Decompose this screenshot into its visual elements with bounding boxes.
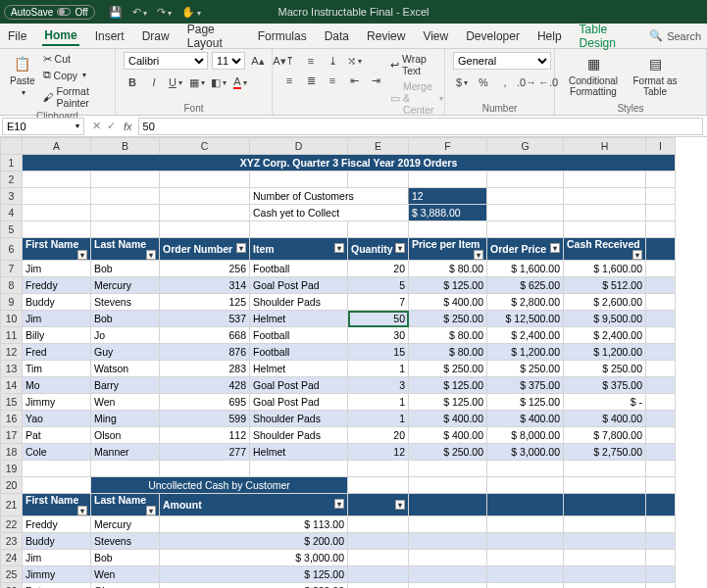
cell[interactable] xyxy=(646,550,676,566)
row-header[interactable]: 9 xyxy=(1,294,23,311)
align-top-icon[interactable]: ⤒ xyxy=(280,52,298,70)
cell[interactable] xyxy=(646,221,676,238)
cell[interactable]: Fred xyxy=(23,344,91,361)
cell[interactable]: $ 400.00 xyxy=(487,411,564,427)
row-header[interactable]: 3 xyxy=(1,188,23,205)
cell[interactable]: Bob xyxy=(91,261,160,277)
cell[interactable]: 1 xyxy=(348,361,409,377)
cell[interactable] xyxy=(409,533,487,550)
tab-data[interactable]: Data xyxy=(323,27,351,45)
border-button[interactable]: ▦▾ xyxy=(188,74,206,91)
cell[interactable]: $ 250.00 xyxy=(564,361,646,377)
cell[interactable]: $ 250.00 xyxy=(409,361,487,377)
cell[interactable] xyxy=(250,221,348,238)
cell[interactable]: $ 9,500.00 xyxy=(564,311,646,327)
cell[interactable]: Guy xyxy=(91,344,160,361)
align-right-icon[interactable]: ≡ xyxy=(324,72,341,89)
cell[interactable] xyxy=(91,221,160,238)
cell[interactable] xyxy=(91,461,160,477)
cell[interactable]: 20 xyxy=(348,427,409,444)
cell[interactable] xyxy=(646,311,676,327)
cell[interactable]: $ - xyxy=(564,394,646,411)
cell[interactable] xyxy=(160,172,250,188)
cell[interactable] xyxy=(250,172,348,188)
cell[interactable]: 125 xyxy=(160,294,250,311)
cell[interactable] xyxy=(564,188,646,205)
cell[interactable]: $ 1,200.00 xyxy=(487,344,564,361)
cell[interactable]: Pat xyxy=(23,427,91,444)
filter-button[interactable]: ▾ xyxy=(334,243,344,253)
cell[interactable] xyxy=(348,461,409,477)
redo-icon[interactable]: ↷▾ xyxy=(157,6,172,19)
row-header[interactable]: 5 xyxy=(1,221,23,238)
row-header[interactable]: 11 xyxy=(1,327,23,344)
cell[interactable]: Jo xyxy=(91,327,160,344)
row-header[interactable]: 15 xyxy=(1,394,23,411)
cell[interactable]: Jim xyxy=(23,550,91,566)
cell[interactable]: $ 7,800.00 xyxy=(564,427,646,444)
search-label[interactable]: Search xyxy=(667,30,701,42)
cell[interactable] xyxy=(23,205,91,221)
cell[interactable]: Stevens xyxy=(91,533,160,550)
cell[interactable]: First Name▾ xyxy=(23,494,91,516)
cell[interactable] xyxy=(91,188,160,205)
column-header[interactable] xyxy=(1,138,23,155)
touch-icon[interactable]: ✋▾ xyxy=(181,6,201,19)
cell[interactable]: Jimmy xyxy=(23,566,91,583)
filter-button[interactable]: ▾ xyxy=(146,506,156,515)
cell[interactable] xyxy=(250,461,348,477)
filter-button[interactable]: ▾ xyxy=(395,500,405,510)
cell[interactable] xyxy=(487,583,564,589)
cell[interactable] xyxy=(348,221,409,238)
tab-table-design[interactable]: Table Design xyxy=(578,21,636,52)
cell[interactable]: Goal Post Pad xyxy=(250,277,348,294)
cell[interactable] xyxy=(646,277,676,294)
enter-icon[interactable]: ✓ xyxy=(107,120,116,132)
cell[interactable]: Price per Item▾ xyxy=(409,238,487,261)
cell[interactable]: $ 512.00 xyxy=(564,277,646,294)
tab-file[interactable]: File xyxy=(6,27,28,45)
cut-button[interactable]: ✂Cut xyxy=(43,52,107,66)
row-header[interactable]: 7 xyxy=(1,261,23,277)
row-header[interactable]: 26 xyxy=(1,583,23,589)
cell[interactable]: Wen xyxy=(91,394,160,411)
cell[interactable]: Shoulder Pads xyxy=(250,294,348,311)
cell[interactable]: 50 xyxy=(348,311,409,327)
cell[interactable] xyxy=(646,361,676,377)
cell[interactable]: ▾ xyxy=(348,494,409,516)
cell[interactable] xyxy=(409,221,487,238)
cell[interactable] xyxy=(487,494,564,516)
cell[interactable]: 1 xyxy=(348,394,409,411)
cell[interactable]: Number of Customers xyxy=(250,188,409,205)
cell[interactable]: 277 xyxy=(160,444,250,461)
cell[interactable] xyxy=(646,205,676,221)
column-header[interactable]: F xyxy=(409,138,487,155)
cell[interactable] xyxy=(23,461,91,477)
cell[interactable]: 1 xyxy=(348,411,409,427)
column-header[interactable]: H xyxy=(564,138,646,155)
fx-icon[interactable]: fx xyxy=(124,121,132,132)
row-header[interactable]: 22 xyxy=(1,516,23,533)
cell[interactable] xyxy=(23,172,91,188)
cell[interactable] xyxy=(160,205,250,221)
cell[interactable] xyxy=(646,494,676,516)
cell[interactable]: $ 250.00 xyxy=(409,444,487,461)
cell[interactable]: Amount▾ xyxy=(160,494,348,516)
cell[interactable]: 30 xyxy=(348,327,409,344)
cell[interactable] xyxy=(348,533,409,550)
cell[interactable] xyxy=(91,205,160,221)
cell[interactable] xyxy=(409,477,487,494)
cell[interactable] xyxy=(646,238,676,261)
cell[interactable]: Olson xyxy=(91,583,160,589)
cell[interactable] xyxy=(160,188,250,205)
tab-page-layout[interactable]: Page Layout xyxy=(185,21,242,52)
cell[interactable]: Helmet xyxy=(250,361,348,377)
cell[interactable] xyxy=(646,477,676,494)
row-header[interactable]: 20 xyxy=(1,477,23,494)
cell[interactable]: Helmet xyxy=(250,444,348,461)
cell[interactable]: $ 250.00 xyxy=(487,361,564,377)
bold-button[interactable]: B xyxy=(124,74,141,91)
cell[interactable]: Buddy xyxy=(23,533,91,550)
row-header[interactable]: 19 xyxy=(1,461,23,477)
autosave-toggle[interactable]: AutoSave Off xyxy=(4,5,95,20)
